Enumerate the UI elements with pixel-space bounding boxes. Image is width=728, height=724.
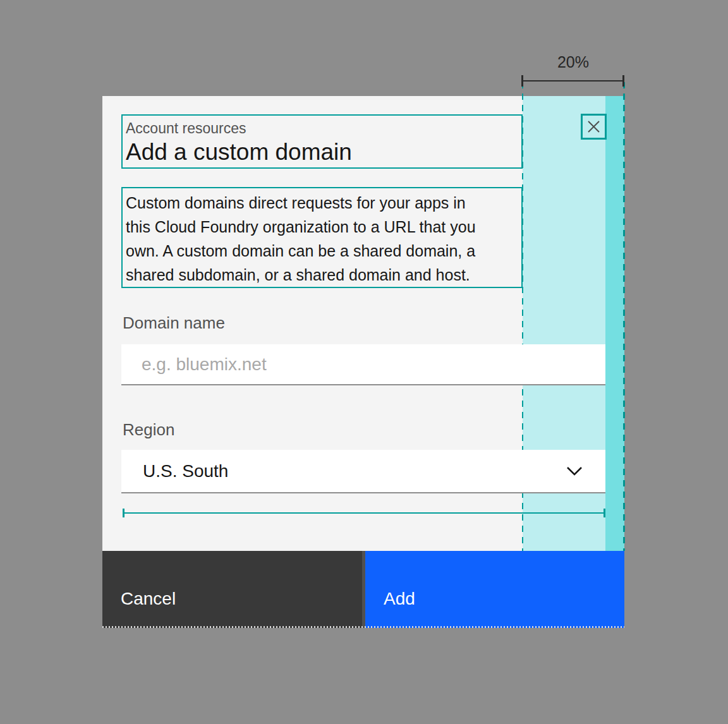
- domain-name-label: Domain name: [123, 313, 225, 332]
- bracket-tick-left: [521, 75, 523, 87]
- spec-canvas: Account resources Add a custom domain Cu…: [0, 0, 728, 724]
- add-button[interactable]: Add: [365, 551, 624, 628]
- content-width-measure-line: [123, 509, 605, 517]
- region-label: Region: [123, 420, 174, 439]
- bracket-tick-right: [622, 75, 624, 87]
- margin-overlay-dark: [605, 96, 624, 551]
- close-icon: [586, 119, 601, 134]
- cancel-button[interactable]: Cancel: [102, 551, 362, 628]
- domain-name-input[interactable]: [121, 344, 605, 385]
- region-select-value: U.S. South: [143, 461, 228, 481]
- margin-guide-line-right: [623, 82, 625, 551]
- header-annotation-box: Account resources Add a custom domain: [121, 114, 523, 169]
- modal-eyebrow-label: Account resources: [126, 120, 521, 137]
- description-line: shared subdomain, or a shared domain and…: [126, 263, 521, 287]
- margin-measure-bracket: [522, 80, 624, 81]
- chevron-down-icon: [566, 466, 583, 476]
- description-line: this Cloud Foundry organization to a URL…: [126, 215, 521, 239]
- description-line: own. A custom domain can be a shared dom…: [126, 239, 521, 263]
- description-line: Custom domains direct requests for your …: [126, 191, 521, 215]
- modal-title: Add a custom domain: [126, 138, 521, 166]
- margin-percent-label: 20%: [522, 53, 624, 71]
- region-select[interactable]: U.S. South: [121, 450, 605, 493]
- modal-bottom-dotted-guide: [102, 626, 624, 628]
- close-button[interactable]: [581, 114, 607, 140]
- description-annotation-box: Custom domains direct requests for your …: [121, 187, 523, 288]
